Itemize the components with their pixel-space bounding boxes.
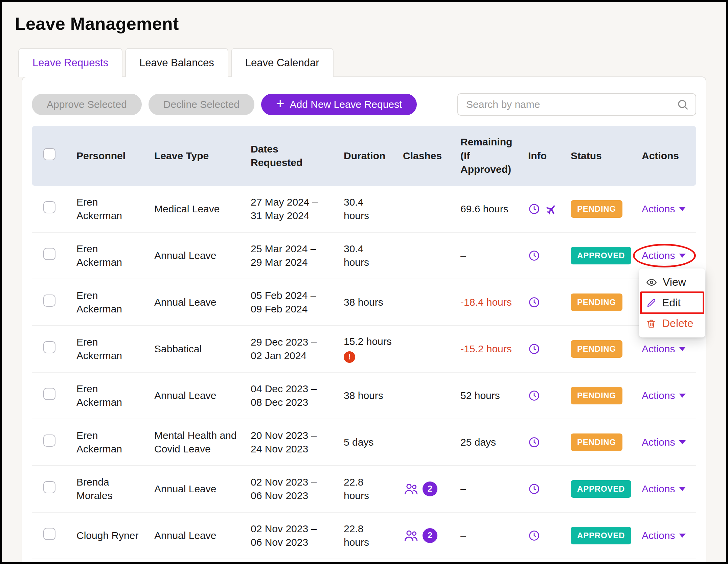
row-checkbox[interactable]: [43, 528, 55, 540]
info-cell: [528, 343, 571, 355]
leave-type-cell: Annual Leave: [154, 529, 251, 543]
duration-cell: 22.8hours: [344, 522, 403, 549]
row-checkbox[interactable]: [43, 201, 55, 213]
content-panel: Approve Selected Decline Selected + Add …: [22, 76, 706, 564]
approve-selected-button[interactable]: Approve Selected: [32, 94, 142, 115]
checkbox-cell: [32, 248, 76, 264]
clock-icon: [528, 530, 540, 542]
status-cell: PENDING: [571, 387, 642, 404]
menu-item-label: Edit: [662, 296, 681, 310]
menu-item-delete[interactable]: Delete: [639, 313, 705, 334]
status-cell: PENDING: [571, 433, 642, 451]
status-badge: PENDING: [571, 200, 622, 218]
tab-leave-balances[interactable]: Leave Balances: [125, 48, 228, 77]
actions-button[interactable]: Actions: [642, 482, 686, 496]
table-body: ErenAckermanMedical Leave27 May 2024 –31…: [32, 186, 696, 559]
menu-item-view[interactable]: View: [639, 272, 705, 292]
actions-button[interactable]: Actions: [642, 389, 686, 403]
actions-cell: Actions: [642, 482, 696, 496]
actions-button-label: Actions: [642, 482, 675, 496]
table-row: ErenAckermanAnnual Leave25 Mar 2024 –29 …: [32, 233, 696, 279]
people-icon: [403, 527, 419, 544]
info-cell: [528, 390, 571, 402]
actions-button-label: Actions: [642, 436, 675, 449]
add-leave-request-button[interactable]: + Add New Leave Request: [261, 94, 417, 115]
page-title: Leave Management: [15, 14, 726, 34]
trash-icon: [646, 318, 657, 329]
tab-leave-calendar[interactable]: Leave Calendar: [231, 48, 334, 77]
eye-icon: [646, 277, 657, 288]
checkbox-cell: [32, 388, 76, 404]
table-row: Clough RynerAnnual Leave02 Nov 2023 –06 …: [32, 513, 696, 559]
status-cell: APPROVED: [571, 247, 642, 264]
actions-menu: ViewEditDelete: [639, 268, 705, 337]
actions-button[interactable]: Actions: [642, 202, 686, 216]
remaining-cell: –: [460, 249, 528, 263]
row-checkbox[interactable]: [43, 341, 55, 353]
actions-button[interactable]: Actions: [642, 249, 686, 263]
actions-button-label: Actions: [642, 389, 675, 403]
table-row: ErenAckermanMedical Leave27 May 2024 –31…: [32, 186, 696, 233]
status-cell: APPROVED: [571, 527, 642, 544]
status-cell: APPROVED: [571, 480, 642, 498]
clock-icon: [528, 436, 540, 448]
actions-button[interactable]: Actions: [642, 436, 686, 449]
chevron-down-icon: [679, 487, 686, 491]
actions-button-label: Actions: [642, 202, 675, 216]
status-badge: APPROVED: [571, 480, 631, 498]
table-row: ErenAckermanAnnual Leave04 Dec 2023 –08 …: [32, 373, 696, 419]
clock-icon: [528, 483, 540, 495]
actions-button[interactable]: Actions: [642, 342, 686, 356]
checkbox-cell: [32, 481, 76, 497]
table-header: PersonnelLeave TypeDatesRequestedDuratio…: [32, 126, 696, 186]
table-row: BrendaMoralesAnnual Leave02 Nov 2023 –06…: [32, 466, 696, 513]
select-all-checkbox[interactable]: [43, 148, 55, 160]
status-badge: PENDING: [571, 293, 622, 311]
info-cell: [528, 436, 571, 448]
info-cell: [528, 203, 571, 215]
header-cell-duration: Duration: [344, 149, 403, 163]
tab-leave-requests[interactable]: Leave Requests: [18, 48, 122, 77]
remaining-cell: 25 days: [460, 436, 528, 449]
menu-item-label: View: [663, 275, 686, 289]
header-cell-personnel: Personnel: [76, 149, 154, 163]
menu-item-edit[interactable]: Edit: [639, 292, 705, 313]
personnel-cell: ErenAckerman: [76, 429, 154, 456]
checkbox-cell: [32, 295, 76, 310]
search-input[interactable]: [457, 93, 696, 116]
actions-button-label: Actions: [642, 342, 675, 356]
clash-count-badge: 2: [423, 528, 437, 543]
dates-cell: 25 Mar 2024 –29 Mar 2024: [251, 242, 344, 269]
pencil-icon: [646, 298, 657, 308]
row-checkbox[interactable]: [43, 434, 55, 447]
header-cell-remaining-if-approved: Remaining(IfApproved): [460, 135, 528, 177]
actions-button-label: Actions: [642, 249, 675, 263]
leave-type-cell: Annual Leave: [154, 249, 251, 263]
header-cell-actions: Actions: [642, 149, 696, 163]
header-cell-leave-type: Leave Type: [154, 149, 251, 163]
leave-type-cell: Annual Leave: [154, 482, 251, 496]
row-checkbox[interactable]: [43, 248, 55, 260]
warning-icon: !: [344, 351, 355, 363]
decline-selected-button[interactable]: Decline Selected: [149, 94, 254, 115]
checkbox-cell: [32, 434, 76, 450]
clock-icon: [528, 203, 540, 215]
remaining-cell: 52 hours: [460, 389, 528, 403]
duration-cell: 30.4hours: [344, 195, 403, 223]
dates-cell: 02 Nov 2023 –06 Nov 2023: [251, 475, 344, 503]
add-leave-request-label: Add New Leave Request: [290, 99, 402, 110]
clock-icon: [528, 343, 540, 355]
toolbar: Approve Selected Decline Selected + Add …: [32, 93, 696, 116]
row-checkbox[interactable]: [43, 388, 55, 400]
info-cell: [528, 530, 571, 542]
actions-button[interactable]: Actions: [642, 529, 686, 543]
clock-icon: [528, 390, 540, 402]
row-checkbox[interactable]: [43, 295, 55, 307]
info-cell: [528, 250, 571, 262]
actions-cell: Actions: [642, 529, 696, 543]
duration-cell: 15.2 hours!: [344, 335, 403, 363]
row-checkbox[interactable]: [43, 481, 55, 493]
info-cell: [528, 296, 571, 308]
checkbox-cell: [32, 528, 76, 544]
dates-cell: 27 May 2024 –31 May 2024: [251, 195, 344, 223]
